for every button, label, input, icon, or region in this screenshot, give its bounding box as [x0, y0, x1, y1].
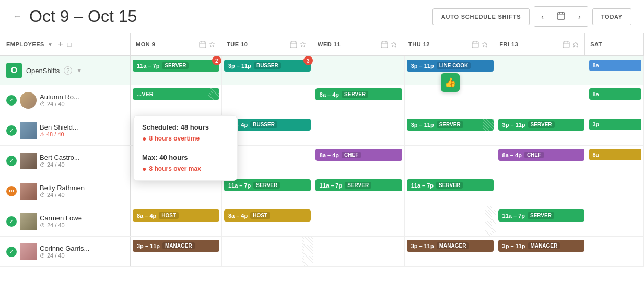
- autumn-sat[interactable]: 8a: [587, 85, 644, 115]
- tooltip-overtime: ● 8 hours overtime: [142, 134, 229, 143]
- copy-icon[interactable]: □: [67, 41, 72, 49]
- bert-wed[interactable]: 8a – 4p CHEF: [313, 146, 405, 176]
- open-shifts-cell: O OpenShifts ? ▼: [0, 56, 131, 85]
- shift-block[interactable]: 3p – 11p BUSSER 3: [224, 60, 311, 72]
- employee-info: Corinne Garris... ⏱ 24 / 40: [40, 244, 124, 259]
- day-header-fri: FRI 13: [494, 33, 585, 55]
- ben-sat[interactable]: 3p: [587, 115, 644, 145]
- shift-block-partial[interactable]: 3p: [589, 119, 641, 130]
- shift-time: 11a – 7p: [502, 213, 525, 219]
- shift-time: 8a – 4p: [320, 152, 339, 158]
- shift-block[interactable]: 11a – 7p SERVER 2: [133, 60, 219, 72]
- shift-block[interactable]: 8a – 4p HOST: [224, 209, 311, 222]
- shift-block[interactable]: 3p – 11p SERVER: [407, 119, 494, 131]
- betty-thu[interactable]: 11a – 7p SERVER: [405, 176, 496, 206]
- employee-cell: ✓ Corinne Garris... ⏱ 24 / 40: [0, 237, 131, 266]
- help-icon[interactable]: ?: [64, 66, 72, 75]
- ben-fri[interactable]: 3p – 11p SERVER: [496, 115, 588, 145]
- carmen-sat[interactable]: [587, 206, 644, 236]
- shift-time: 3p – 11p: [502, 243, 525, 249]
- employee-hours: ⏱ 24 / 40: [40, 161, 124, 168]
- check-icon: ✓: [6, 95, 17, 106]
- corinne-tue[interactable]: [222, 237, 313, 266]
- corinne-wed[interactable]: [313, 237, 405, 266]
- add-employee-button[interactable]: +: [58, 39, 63, 50]
- carmen-mon[interactable]: 8a – 4p HOST: [131, 206, 222, 236]
- open-shifts-dropdown[interactable]: ▼: [76, 67, 82, 74]
- shift-block[interactable]: 3p – 11p LINE COOK: [407, 60, 494, 72]
- shift-block-partial[interactable]: 8a: [589, 88, 641, 100]
- carmen-fri[interactable]: 11a – 7p SERVER: [496, 206, 588, 236]
- shift-time: 3p – 11p: [411, 243, 434, 249]
- shift-block-partial[interactable]: 8a: [589, 149, 641, 160]
- open-shifts-thu[interactable]: 3p – 11p LINE COOK 👍: [405, 56, 496, 85]
- shift-block[interactable]: 8a – 4p CHEF: [498, 149, 585, 161]
- nav-next-button[interactable]: ›: [571, 7, 588, 26]
- shift-block[interactable]: 3p – 11p MANAGER: [498, 240, 585, 252]
- shift-time: 11a – 7p: [320, 182, 342, 189]
- employee-hours: ⚠ 48 / 40: [40, 131, 124, 138]
- shift-block-partial[interactable]: 8a: [589, 60, 641, 71]
- shift-block[interactable]: 8a – 4p HOST: [133, 209, 219, 222]
- corinne-mon[interactable]: 3p – 11p MANAGER: [131, 237, 222, 266]
- thumbs-popup: 👍: [441, 73, 460, 92]
- shift-block[interactable]: 11a – 7p SERVER: [224, 179, 311, 191]
- nav-prev-button[interactable]: ‹: [534, 7, 551, 26]
- shift-block[interactable]: ...VER: [133, 88, 219, 100]
- shift-block[interactable]: 11a – 7p SERVER: [407, 179, 494, 191]
- shift-role: SERVER: [342, 91, 368, 98]
- shift-block[interactable]: 11a – 7p SERVER: [498, 209, 585, 222]
- nav-calendar-button[interactable]: [551, 7, 571, 26]
- ben-thu[interactable]: 3p – 11p SERVER: [405, 115, 496, 145]
- shift-role: CHEF: [342, 152, 361, 158]
- betty-tue[interactable]: 11a – 7p SERVER: [222, 176, 313, 206]
- open-shifts-sat[interactable]: 8a: [587, 56, 644, 85]
- back-arrow[interactable]: ←: [13, 11, 22, 22]
- shift-block[interactable]: 3p – 11p SERVER: [498, 119, 585, 131]
- bert-thu[interactable]: [405, 146, 496, 176]
- auto-schedule-button[interactable]: AUTO SCHEDULE SHIFTS: [432, 8, 530, 25]
- shift-role: SERVER: [528, 212, 554, 219]
- corinne-sat[interactable]: [587, 237, 644, 266]
- autumn-tue[interactable]: [222, 85, 313, 115]
- employee-info: Carmen Lowe ⏱ 24 / 40: [40, 214, 124, 228]
- shift-block[interactable]: 11a – 7p SERVER: [315, 179, 402, 191]
- employee-row-betty: ••• Betty Rathmen ⏱ 24 / 40: [0, 176, 644, 206]
- shift-role: HOST: [159, 212, 179, 219]
- betty-fri[interactable]: [496, 176, 588, 206]
- calendar-icon: [557, 11, 565, 20]
- carmen-wed[interactable]: [313, 206, 405, 236]
- employee-hours: ⏱ 24 / 40: [40, 101, 124, 107]
- dropdown-arrow-icon: ▼: [48, 42, 53, 48]
- employee-name: Corinne Garris...: [40, 244, 124, 252]
- app-container: ← Oct 9 – Oct 15 AUTO SCHEDULE SHIFTS ‹ …: [0, 0, 644, 303]
- shift-time: 11a – 7p: [137, 63, 159, 69]
- corinne-fri[interactable]: 3p – 11p MANAGER: [496, 237, 588, 266]
- autumn-fri[interactable]: [496, 85, 588, 115]
- ben-mon[interactable]: Scheduled: 48 hours ● 8 hours overtime M…: [131, 115, 222, 145]
- employee-cell: ✓ Carmen Lowe ⏱ 24 / 40: [0, 206, 131, 236]
- corinne-thu[interactable]: 3p – 11p MANAGER: [405, 237, 496, 266]
- shift-block[interactable]: 3p – 11p MANAGER: [407, 240, 494, 252]
- autumn-mon[interactable]: ...VER: [131, 85, 222, 115]
- shift-block[interactable]: 3p – 11p MANAGER: [133, 240, 219, 252]
- betty-wed[interactable]: 11a – 7p SERVER: [313, 176, 405, 206]
- bert-fri[interactable]: 8a – 4p CHEF: [496, 146, 588, 176]
- shift-block[interactable]: 8a – 4p SERVER: [315, 88, 402, 100]
- open-shifts-tue[interactable]: 3p – 11p BUSSER 3: [222, 56, 313, 85]
- autumn-wed[interactable]: 8a – 4p SERVER: [313, 85, 405, 115]
- open-shifts-fri[interactable]: [496, 56, 588, 85]
- open-shifts-wed[interactable]: [313, 56, 405, 85]
- ben-wed[interactable]: [313, 115, 405, 145]
- betty-sat[interactable]: [587, 176, 644, 206]
- carmen-thu[interactable]: [405, 206, 496, 236]
- employee-hours: ⏱ 24 / 40: [40, 222, 124, 228]
- open-shifts-mon[interactable]: 11a – 7p SERVER 2: [131, 56, 222, 85]
- today-button[interactable]: TODAY: [592, 8, 631, 25]
- bert-sat[interactable]: 8a: [587, 146, 644, 176]
- employees-header: EMPLOYEES ▼ + □: [0, 33, 131, 55]
- carmen-tue[interactable]: 8a – 4p HOST: [222, 206, 313, 236]
- shift-block[interactable]: 8a – 4p CHEF: [315, 149, 402, 161]
- employee-info: Autumn Ro... ⏱ 24 / 40: [40, 93, 124, 107]
- avatar: [20, 122, 37, 139]
